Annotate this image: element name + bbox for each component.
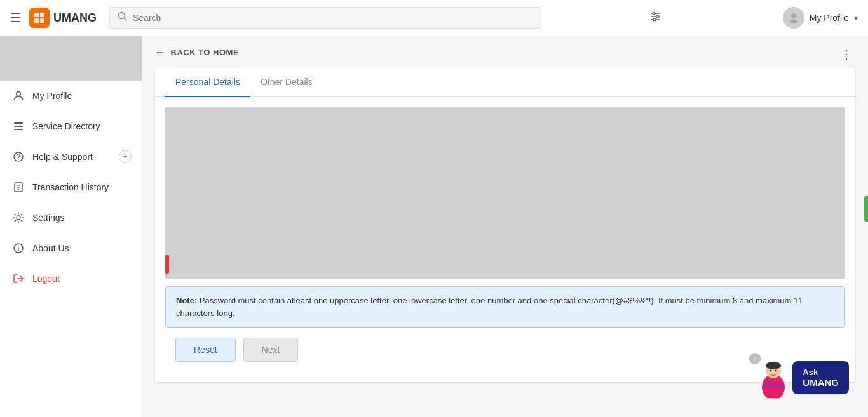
sidebar-item-about-us[interactable]: About Us [0, 233, 142, 263]
more-options-icon[interactable]: ⋮ [840, 46, 853, 62]
tab-personal-details[interactable]: Personal Details [165, 68, 250, 97]
svg-point-11 [653, 18, 656, 21]
action-buttons: Reset Next [165, 328, 845, 372]
tab-other-details[interactable]: Other Details [250, 68, 323, 97]
sidebar: My Profile Service Directory Help & [0, 36, 142, 417]
umang-label: UMANG [803, 377, 839, 388]
search-icon [118, 11, 128, 24]
search-input[interactable] [133, 13, 533, 23]
form-area: Note: Password must contain atleast one … [155, 97, 855, 382]
svg-point-32 [770, 370, 772, 372]
umang-character [754, 357, 792, 398]
sidebar-item-transaction-history[interactable]: Transaction History [0, 172, 142, 202]
error-indicator [165, 255, 169, 274]
sidebar-item-label: Settings [32, 213, 132, 223]
header: ☰ UMANG [0, 0, 868, 36]
logo: UMANG [29, 8, 97, 28]
svg-rect-0 [34, 13, 39, 17]
sidebar-item-label: About Us [32, 243, 132, 253]
svg-point-24 [17, 216, 20, 220]
sidebar-item-label: Service Directory [32, 121, 132, 131]
sidebar-item-settings[interactable]: Settings [0, 202, 142, 233]
filter-icon[interactable] [649, 10, 662, 25]
svg-rect-2 [34, 18, 39, 23]
svg-line-5 [125, 18, 127, 21]
back-to-home-label: BACK TO HOME [171, 48, 240, 57]
svg-rect-17 [14, 129, 23, 130]
sidebar-item-help-support[interactable]: Help & Support + [0, 142, 142, 172]
svg-rect-16 [14, 126, 23, 127]
help-icon [12, 150, 25, 163]
form-fields [165, 107, 845, 279]
settings-icon [12, 211, 25, 224]
chevron-down-icon: ▾ [854, 13, 858, 22]
note-text: Password must contain atleast one upperc… [176, 296, 803, 318]
green-edge-tab [864, 196, 868, 222]
svg-point-12 [791, 13, 796, 18]
ask-label: Ask [803, 367, 818, 377]
tab-bar: Personal Details Other Details [155, 68, 855, 97]
sidebar-banner [0, 36, 142, 81]
svg-point-13 [790, 20, 797, 24]
ask-umang-widget[interactable]: − [754, 357, 849, 398]
svg-point-27 [18, 246, 19, 247]
logo-text: UMANG [53, 11, 97, 25]
svg-point-10 [656, 15, 659, 18]
back-to-home-bar[interactable]: ← BACK TO HOME [142, 36, 868, 68]
svg-point-9 [653, 12, 655, 15]
profile-menu[interactable]: My Profile ▾ [783, 7, 858, 29]
about-icon [12, 242, 25, 255]
search-bar [109, 7, 541, 29]
svg-point-19 [18, 159, 19, 160]
back-arrow-icon: ← [155, 46, 166, 58]
profile-label: My Profile [810, 13, 849, 23]
password-note: Note: Password must contain atleast one … [165, 286, 845, 328]
profile-card: Personal Details Other Details Note: Pas… [155, 68, 855, 382]
hamburger-icon[interactable]: ☰ [10, 10, 22, 25]
sidebar-item-service-directory[interactable]: Service Directory [0, 111, 142, 142]
reset-button[interactable]: Reset [175, 338, 236, 362]
expand-icon[interactable]: + [119, 150, 132, 163]
svg-rect-15 [14, 122, 23, 124]
sidebar-item-label: Help & Support [32, 152, 111, 162]
next-button[interactable]: Next [243, 338, 299, 362]
history-icon [12, 181, 25, 194]
svg-point-34 [773, 367, 774, 368]
sidebar-item-label: My Profile [32, 91, 132, 101]
svg-point-14 [17, 92, 21, 96]
sidebar-item-label: Transaction History [32, 182, 132, 192]
profile-icon [12, 89, 25, 102]
service-icon [12, 120, 25, 133]
layout: My Profile Service Directory Help & [0, 36, 868, 417]
sidebar-item-my-profile[interactable]: My Profile [0, 81, 142, 111]
sidebar-item-label: Logout [32, 274, 132, 284]
svg-point-31 [766, 362, 781, 369]
note-prefix: Note: [176, 296, 197, 305]
main-content: ← BACK TO HOME ⋮ Personal Details Other … [142, 36, 868, 417]
logo-icon [29, 8, 50, 28]
avatar [783, 7, 804, 29]
svg-point-33 [775, 370, 777, 372]
logout-icon [12, 272, 25, 285]
svg-rect-1 [40, 13, 44, 17]
sidebar-item-logout[interactable]: Logout [0, 263, 142, 294]
svg-rect-3 [40, 18, 44, 23]
ask-umang-bubble: Ask UMANG [792, 361, 849, 394]
